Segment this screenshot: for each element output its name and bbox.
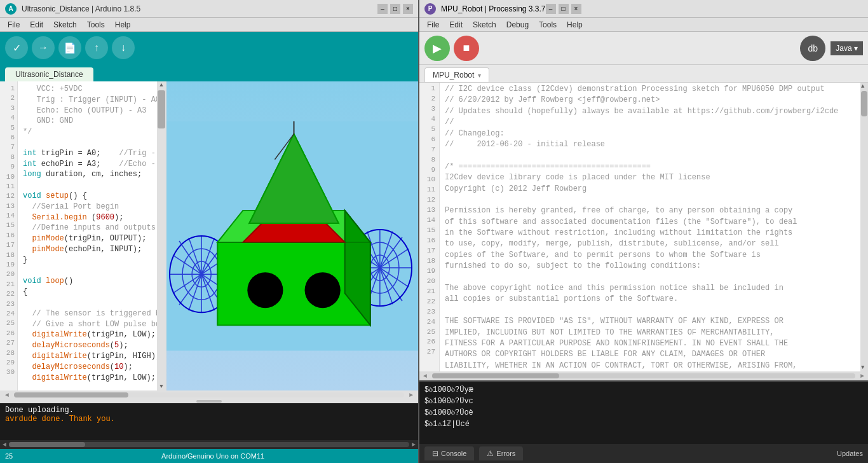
arduino-code-area[interactable]: 12345 678910 1112131415 1617181920 21222… <box>0 81 157 390</box>
arduino-tab-bar: Ultrasonic_Distance <box>0 64 418 81</box>
processing-code-content[interactable]: // I2C device class (I2Cdev) demonstrati… <box>440 83 860 371</box>
arduino-menu-help[interactable]: Help <box>110 20 136 29</box>
verify-button[interactable]: ✓ <box>5 36 28 59</box>
console-terminal-icon: ⊟ <box>432 449 438 458</box>
processing-app-icon: P <box>424 3 436 15</box>
processing-ide-panel: P MPU_Robot | Processing 3.3.7 – □ × Fil… <box>419 0 868 463</box>
processing-console-line-4: $ꝺ1⚠1ℤ|Ücé <box>424 418 863 430</box>
errors-warning-icon: ⚠ <box>487 449 494 458</box>
arduino-menu-tools[interactable]: Tools <box>82 20 110 29</box>
proc-scroll-thumb[interactable] <box>861 91 867 116</box>
arduino-menu-sketch[interactable]: Sketch <box>48 20 82 29</box>
processing-updates-button[interactable]: Updates <box>837 450 863 457</box>
arduino-console-hthumb[interactable] <box>9 442 85 447</box>
arduino-win-controls[interactable]: – □ × <box>377 4 413 14</box>
proc-scroll-down[interactable]: ▼ <box>860 364 868 371</box>
arduino-hscroll-right[interactable]: ► <box>407 390 416 400</box>
processing-titlebar: P MPU_Robot | Processing 3.3.7 – □ × <box>419 0 868 18</box>
processing-win-controls[interactable]: – □ × <box>546 4 581 14</box>
processing-console-tabs: ⊟ Console ⚠ Errors Updates <box>419 444 868 463</box>
proc-menu-tools[interactable]: Tools <box>534 20 562 29</box>
processing-hscrollbar[interactable]: ◄ ► <box>419 371 868 380</box>
arduino-port-status: Arduino/Genuino Uno on COM11 <box>13 452 413 460</box>
arduino-line-numbers: 12345 678910 1112131415 1617181920 21222… <box>0 81 18 390</box>
arduino-scroll-up[interactable]: ▲ <box>159 81 163 89</box>
processing-toolbar: ▶ ■ db Java ▾ <box>419 32 868 65</box>
arduino-scroll-thumb[interactable] <box>158 90 165 128</box>
processing-line-numbers: 12345 678910 1112131415 1617181920 21222… <box>419 83 440 371</box>
proc-tab-dropdown-icon[interactable]: ▾ <box>478 72 481 79</box>
processing-console-output: $ꝺ1000ꝺ?Üyæ $ꝺ1000ꝺ?Üvc $ꝺ1000ꝺ?Üoè $ꝺ1⚠… <box>419 382 868 444</box>
arduino-console-output: Done uploading. avrdude done. Thank you. <box>0 403 418 440</box>
svg-point-27 <box>305 272 341 308</box>
upload-button[interactable]: → <box>32 36 55 59</box>
arduino-code-with-scrollbar: 12345 678910 1112131415 1617181920 21222… <box>0 81 166 390</box>
arduino-avr-message: avrdude done. Thank you. <box>5 415 413 424</box>
proc-minimize-button[interactable]: – <box>546 4 556 14</box>
arduino-console-scroll-left[interactable]: ◄ <box>3 441 6 448</box>
proc-hscroll-thumb[interactable] <box>432 373 559 378</box>
proc-errors-label: Errors <box>496 450 515 457</box>
processing-tab-bar: MPU_Robot ▾ <box>419 65 868 83</box>
proc-menu-help[interactable]: Help <box>562 20 588 29</box>
open-button[interactable]: ↑ <box>85 36 108 59</box>
arduino-console-scrollbar[interactable]: ◄ ► <box>0 440 418 449</box>
arduino-tab-ultrasonic[interactable]: Ultrasonic_Distance <box>5 67 93 81</box>
proc-tab-mpurobot[interactable]: MPU_Robot ▾ <box>424 67 489 82</box>
arduino-hscroll-thumb[interactable] <box>14 392 128 397</box>
arduino-split-view: 12345 678910 1112131415 1617181920 21222… <box>0 81 418 390</box>
maximize-button[interactable]: □ <box>390 4 400 14</box>
arduino-toolbar: ✓ → 📄 ↑ ↓ <box>0 32 418 64</box>
processing-console: $ꝺ1000ꝺ?Üyæ $ꝺ1000ꝺ?Üvc $ꝺ1000ꝺ?Üoè $ꝺ1⚠… <box>419 380 868 463</box>
proc-scroll-up[interactable]: ▲ <box>860 83 868 90</box>
proc-menu-edit[interactable]: Edit <box>444 20 468 29</box>
processing-console-line-1: $ꝺ1000ꝺ?Üyæ <box>424 384 863 396</box>
proc-java-mode-button[interactable]: Java ▾ <box>831 41 863 55</box>
robot-display-panel <box>166 81 418 390</box>
arduino-ide-panel: A Ultrasonic_Distance | Arduino 1.8.5 – … <box>0 0 419 463</box>
processing-console-line-2: $ꝺ1000ꝺ?Üvc <box>424 396 863 407</box>
robot-svg-canvas <box>166 81 418 390</box>
arduino-scroll-down[interactable]: ▼ <box>159 383 163 390</box>
minimize-button[interactable]: – <box>377 4 388 14</box>
processing-code-area[interactable]: 12345 678910 1112131415 1617181920 21222… <box>419 83 868 371</box>
proc-toolbar-right: db Java ▾ <box>800 36 863 61</box>
arduino-code-panel: 12345 678910 1112131415 1617181920 21222… <box>0 81 166 390</box>
save-button[interactable]: ↓ <box>112 36 135 59</box>
arduino-console-scroll-right[interactable]: ► <box>412 441 416 448</box>
arduino-menu-edit[interactable]: Edit <box>25 20 48 29</box>
proc-stop-button[interactable]: ■ <box>454 36 479 61</box>
arduino-done-message: Done uploading. <box>5 406 413 415</box>
proc-console-tab-console[interactable]: ⊟ Console <box>424 446 474 460</box>
arduino-hscroll-left[interactable]: ◄ <box>3 390 11 400</box>
proc-close-button[interactable]: × <box>571 4 581 14</box>
arduino-line-indicator: 25 <box>5 452 13 460</box>
proc-console-tab-errors[interactable]: ⚠ Errors <box>479 446 523 460</box>
arduino-menubar: File Edit Sketch Tools Help <box>0 18 418 32</box>
arduino-titlebar: A Ultrasonic_Distance | Arduino 1.8.5 – … <box>0 0 418 18</box>
arduino-vscrollbar[interactable]: ▲ ▼ <box>157 81 166 390</box>
proc-hscroll-left[interactable]: ◄ <box>421 371 430 381</box>
proc-debug-button[interactable]: db <box>800 36 825 61</box>
proc-maximize-button[interactable]: □ <box>559 4 569 14</box>
proc-hscroll-right[interactable]: ► <box>858 371 867 381</box>
processing-title: MPU_Robot | Processing 3.3.7 <box>441 4 546 13</box>
arduino-code-content[interactable]: VCC: +5VDC Trig : Trigger (INPUT) - A0 E… <box>18 81 157 390</box>
processing-menubar: File Edit Sketch Debug Tools Help <box>419 18 868 32</box>
arduino-title: Ultrasonic_Distance | Arduino 1.8.5 <box>22 4 377 13</box>
arduino-console: Done uploading. avrdude done. Thank you.… <box>0 399 418 463</box>
svg-point-26 <box>247 272 283 308</box>
proc-tab-label: MPU_Robot <box>433 71 474 79</box>
new-button[interactable]: 📄 <box>58 36 81 59</box>
processing-vscrollbar[interactable]: ▲ ▼ <box>860 83 868 371</box>
proc-run-button[interactable]: ▶ <box>424 36 450 61</box>
proc-menu-file[interactable]: File <box>422 20 444 29</box>
processing-console-line-3: $ꝺ1000ꝺ?Üoè <box>424 407 863 418</box>
close-button[interactable]: × <box>403 4 413 14</box>
arduino-bottom-status: 25 Arduino/Genuino Uno on COM11 <box>0 449 418 463</box>
arduino-app-icon: A <box>5 3 17 15</box>
proc-menu-sketch[interactable]: Sketch <box>468 20 501 29</box>
arduino-scrollbar-separator[interactable]: ◄ ► <box>0 390 418 399</box>
arduino-menu-file[interactable]: File <box>3 20 25 29</box>
proc-menu-debug[interactable]: Debug <box>501 20 534 29</box>
